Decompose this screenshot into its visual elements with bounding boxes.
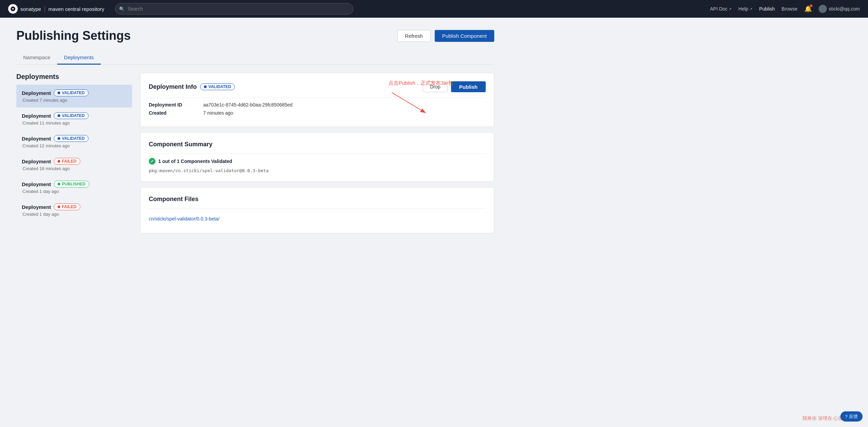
nav-api-doc[interactable]: API Doc ↗	[710, 6, 732, 12]
card-title-row: Deployment Info VALIDATED	[149, 83, 235, 91]
badge-dot	[58, 183, 60, 185]
external-link-icon: ↗	[729, 7, 732, 11]
list-item[interactable]: Deployment VALIDATED Created 12 minutes …	[16, 130, 132, 153]
navbar: sonatype | maven central repository 🔍 AP…	[0, 0, 868, 18]
sidebar: Deployments Deployment VALIDATED Created…	[16, 73, 132, 233]
page-title: Publishing Settings	[16, 29, 131, 43]
status-badge: VALIDATED	[54, 135, 89, 142]
badge-dot	[58, 114, 60, 117]
card-actions: Drop Publish	[423, 81, 486, 92]
deployment-item-header: Deployment PUBLISHED	[22, 181, 127, 187]
feedback-button[interactable]: ? 反馈	[840, 411, 863, 422]
nav-help[interactable]: Help ↗	[738, 6, 752, 12]
pkg-text: pkg:maven/cn.sticki/spel-validator@0.0.3…	[149, 168, 486, 173]
content-layout: Deployments Deployment VALIDATED Created…	[16, 73, 494, 233]
deployment-info-badge: VALIDATED	[200, 83, 235, 90]
validated-row: ✓ 1 out of 1 Components Validated	[149, 158, 486, 165]
sonatype-logo	[8, 4, 18, 14]
deployment-item-header: Deployment VALIDATED	[22, 112, 127, 119]
deployment-item-header: Deployment FAILED	[22, 158, 127, 165]
status-badge: FAILED	[54, 203, 80, 210]
list-item[interactable]: Deployment FAILED Created 1 day ago	[16, 199, 132, 221]
user-menu[interactable]: 👤 sticki@qq.com	[819, 5, 860, 13]
feedback-icon: ?	[845, 414, 848, 419]
file-item[interactable]: cn/sticki/spel-validator/0.0.3-beta/	[149, 213, 486, 225]
badge-dot	[58, 206, 60, 208]
tab-deployments[interactable]: Deployments	[57, 51, 101, 65]
search-input[interactable]	[115, 3, 353, 15]
list-item[interactable]: Deployment PUBLISHED Created 1 day ago	[16, 176, 132, 199]
badge-dot	[58, 92, 60, 94]
notification-badge	[810, 4, 813, 7]
divider	[149, 208, 486, 209]
avatar: 👤	[819, 5, 827, 13]
check-icon: ✓	[149, 158, 156, 165]
divider	[149, 153, 486, 154]
external-link-icon-2: ↗	[750, 7, 752, 11]
divider	[149, 98, 486, 98]
badge-dot	[58, 160, 60, 163]
brand-subtitle: maven central repository	[48, 6, 104, 12]
nav-browse[interactable]: Browse	[782, 6, 798, 12]
feedback-label: 反馈	[849, 413, 858, 420]
deployment-item-header: Deployment VALIDATED	[22, 89, 127, 96]
list-item[interactable]: Deployment VALIDATED Created 11 minutes …	[16, 108, 132, 130]
publish-component-button[interactable]: Publish Component	[435, 30, 494, 42]
tabs: Namespace Deployments	[16, 51, 494, 65]
component-summary-card: Component Summary ✓ 1 out of 1 Component…	[140, 132, 494, 182]
deployment-item-header: Deployment VALIDATED	[22, 135, 127, 142]
card-header: Deployment Info VALIDATED Drop Publish	[149, 81, 486, 92]
nav-publish[interactable]: Publish	[759, 6, 775, 12]
header-actions: Refresh Publish Component	[397, 30, 494, 42]
drop-button[interactable]: Drop	[423, 81, 447, 92]
badge-dot	[204, 85, 207, 88]
list-item[interactable]: Deployment FAILED Created 18 minutes ago	[16, 153, 132, 176]
search-container: 🔍	[115, 3, 353, 15]
brand-name: sonatype	[20, 6, 41, 12]
list-item[interactable]: Deployment VALIDATED Created 7 minutes a…	[16, 85, 132, 108]
component-summary-title: Component Summary	[149, 141, 486, 148]
publish-button[interactable]: Publish	[451, 81, 486, 92]
status-badge: VALIDATED	[54, 89, 89, 96]
page-container: Publishing Settings Refresh Publish Comp…	[0, 18, 511, 244]
nav-divider: |	[44, 5, 46, 13]
status-badge: VALIDATED	[54, 112, 89, 119]
user-email: sticki@qq.com	[829, 6, 860, 12]
component-files-title: Component Files	[149, 196, 486, 203]
info-row-created: Created 7 minutes ago	[149, 110, 486, 116]
badge-dot	[58, 137, 60, 140]
main-panel: Deployment Info VALIDATED Drop Publish D…	[132, 73, 494, 233]
refresh-button[interactable]: Refresh	[397, 30, 431, 42]
status-badge: FAILED	[54, 158, 80, 165]
validated-text: 1 out of 1 Components Validated	[158, 159, 232, 164]
component-files-card: Component Files cn/sticki/spel-validator…	[140, 187, 494, 233]
deployment-list: Deployment VALIDATED Created 7 minutes a…	[16, 85, 132, 221]
sidebar-title: Deployments	[16, 73, 132, 81]
deployment-info-card: Deployment Info VALIDATED Drop Publish D…	[140, 73, 494, 127]
notification-bell[interactable]: 🔔	[804, 5, 812, 13]
page-header: Publishing Settings Refresh Publish Comp…	[16, 29, 494, 43]
search-icon: 🔍	[119, 6, 125, 12]
tab-namespace[interactable]: Namespace	[16, 51, 57, 65]
nav-links: API Doc ↗ Help ↗ Publish Browse 🔔 👤 stic…	[710, 5, 860, 13]
info-row-id: Deployment ID aa703e1c-8745-4d62-b0aa-29…	[149, 102, 486, 108]
status-badge: PUBLISHED	[54, 181, 89, 187]
deployment-item-header: Deployment FAILED	[22, 203, 127, 210]
brand: sonatype | maven central repository	[8, 4, 104, 14]
